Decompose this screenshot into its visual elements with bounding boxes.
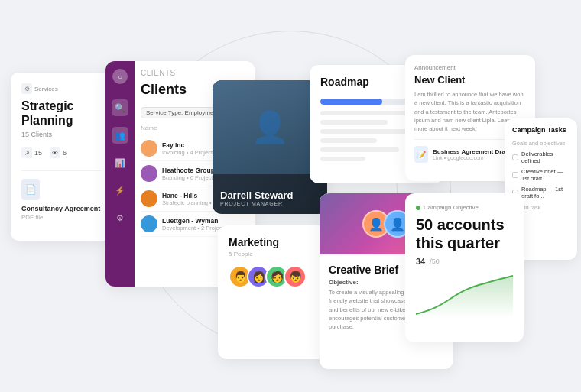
task-item-1[interactable]: Creative brief — 1st draft [512,168,570,182]
stat-share: ↗ 15 [21,147,42,158]
task-checkbox-0[interactable] [512,154,518,160]
brief-avatars: 👤 👤 [362,210,411,238]
client-info-0: Fay Inc Invoicing • 4 Projects [162,141,216,156]
marketing-subtitle: 5 People [229,251,326,258]
client-avatar-0 [141,140,157,157]
sidebar-pipeline[interactable]: ⚡ [112,182,128,199]
client-avatar-1 [141,165,157,182]
avatar-group: 👨 👩 🧑 👦 [229,265,326,288]
sidebar-processes[interactable]: ⚙ [112,209,128,226]
services-tag: ⚙ Services [21,83,101,94]
document-icon: 📄 [21,179,40,200]
client-info-1: Heathcote Group Branding • 6 Projects [162,167,216,181]
task-section-label: Goals and objectives [512,140,570,147]
objective-chart-svg [416,272,513,318]
eye-icon: 👁 [50,147,60,158]
roadmap-line-4 [320,138,377,143]
stats-row: ↗ 15 👁 6 [21,147,101,158]
sidebar-reports[interactable]: 📊 [112,154,128,171]
marketing-title: Marketing [229,236,326,248]
doc-icon: 📝 [414,146,428,163]
tasks-title: Campaign Tasks [512,126,570,134]
objective-tag: Campaign Objective [416,204,513,211]
divider [21,170,101,171]
task-checkbox-1[interactable] [512,172,518,178]
objective-total: /50 [430,258,440,265]
task-label-0: Deliverables defined [521,151,570,164]
roadmap-line-5 [320,147,399,152]
person-name: Darrell Steward [220,190,320,201]
file-type: PDF file [21,214,101,221]
card-title: Strategic Planning [21,99,101,128]
clients-header: CLIENTS [141,69,248,77]
client-info-3: Luettgen - Wyman Development • 2 Project… [162,217,226,232]
share-icon: ↗ [21,147,32,158]
sidebar-clients[interactable]: 👥 [112,127,128,144]
card-subtitle: 15 Clients [21,131,101,138]
sidebar-nav: ○ 🔍 👥 📊 ⚡ ⚙ [105,61,135,287]
roadmap-line-2 [320,120,388,125]
services-icon: ⚙ [21,83,32,94]
task-item-0[interactable]: Deliverables defined [512,151,570,164]
announcement-tag: Announcement [414,64,526,71]
roadmap-line-6 [320,157,365,161]
marketing-card: Marketing 5 People 👨 👩 🧑 👦 [218,225,336,359]
announcement-title: New Client [414,74,526,86]
nav-logo[interactable]: ○ [112,69,128,84]
objective-dot [416,206,420,210]
stat-views: 👁 6 [50,147,67,158]
objective-progress-row: 34 /50 [416,257,513,266]
sidebar-search[interactable]: 🔍 [112,99,128,116]
doc-name: Business Agreement Draft [433,148,509,155]
task-label-1: Creative brief — 1st draft [521,168,570,182]
doc-info: Business Agreement Draft Link • googledo… [433,148,509,160]
person-role: PROJECT MANAGER [220,201,320,206]
objective-current: 34 [416,257,425,266]
objective-card: Campaign Objective 50 accounts this quar… [405,193,524,342]
objective-chart [416,272,513,318]
task-label-2: Roadmap — 1st draft fo... [521,186,570,199]
client-avatar-2 [141,190,157,207]
avatar-3: 👦 [284,265,307,288]
objective-title: 50 accounts this quarter [416,215,513,252]
strategic-planning-card: ⚙ Services Strategic Planning 15 Clients… [11,73,112,241]
file-label: Consultancy Agreement [21,205,101,212]
client-avatar-3 [141,215,157,232]
roadmap-line-1 [320,111,411,115]
doc-meta: Link • googledoc.com [433,155,509,160]
roadmap-progress-fill [320,99,382,105]
